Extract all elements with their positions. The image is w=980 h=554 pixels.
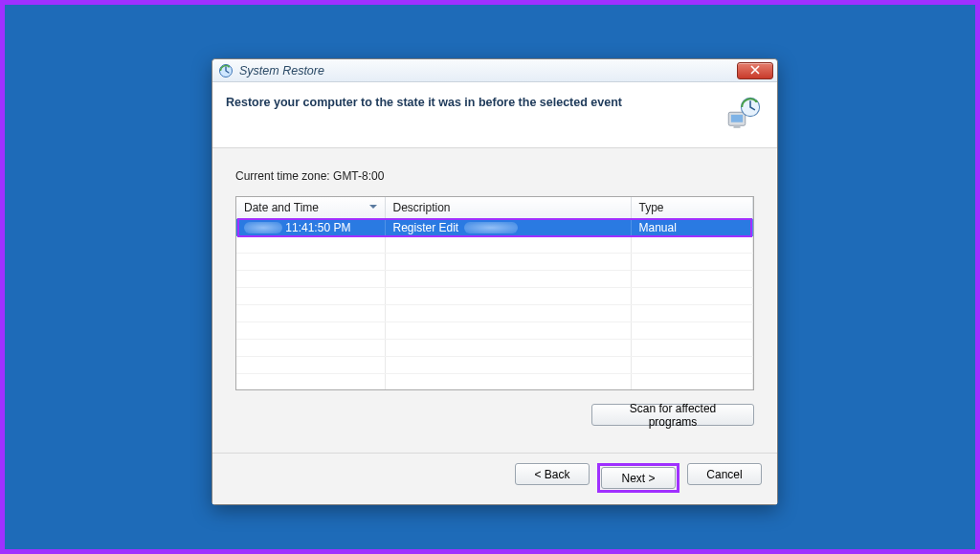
table-row — [236, 254, 753, 271]
table-row — [236, 374, 753, 391]
table-row — [236, 236, 753, 254]
svg-rect-3 — [734, 125, 741, 128]
restore-points-table: Date and Time Description Type — [235, 196, 754, 390]
restore-point-row[interactable]: 11:41:50 PM Register Edit Manual — [236, 219, 753, 236]
close-button[interactable] — [737, 62, 773, 79]
table-row — [236, 322, 753, 340]
sort-descending-icon — [369, 205, 377, 209]
redacted-description-suffix — [464, 222, 518, 233]
page-heading: Restore your computer to the state it wa… — [226, 94, 622, 109]
redacted-date — [244, 222, 282, 233]
system-restore-large-icon — [724, 94, 764, 134]
next-button[interactable]: Next > — [601, 467, 676, 489]
system-restore-icon — [218, 63, 234, 78]
cancel-button[interactable]: Cancel — [687, 463, 762, 485]
svg-rect-2 — [731, 115, 743, 122]
column-header-type[interactable]: Type — [631, 197, 753, 219]
scan-affected-programs-button[interactable]: Scan for affected programs — [591, 404, 754, 426]
table-row — [236, 288, 753, 305]
timezone-label: Current time zone: GMT-8:00 — [235, 169, 754, 183]
column-header-label: Type — [639, 201, 664, 214]
back-button[interactable]: < Back — [515, 463, 590, 485]
cell-description-text: Register Edit — [393, 221, 459, 234]
column-header-description[interactable]: Description — [385, 197, 631, 219]
table-row — [236, 271, 753, 288]
annotation-highlight-next: Next > — [597, 463, 679, 493]
table-row — [236, 340, 753, 357]
column-header-label: Description — [393, 201, 451, 214]
wizard-footer: < Back Next > Cancel — [212, 453, 777, 504]
table-row — [236, 305, 753, 322]
wizard-header: Restore your computer to the state it wa… — [212, 82, 777, 148]
title-bar: System Restore — [212, 59, 777, 82]
scan-row: Scan for affected programs — [235, 404, 754, 426]
system-restore-window: System Restore Restore your computer to … — [212, 58, 778, 505]
close-icon — [750, 65, 760, 77]
cell-time-text: 11:41:50 PM — [285, 221, 350, 234]
cell-description: Register Edit — [385, 219, 631, 236]
column-header-date-time[interactable]: Date and Time — [236, 197, 385, 219]
table-row — [236, 357, 753, 374]
window-title: System Restore — [239, 64, 731, 78]
column-header-label: Date and Time — [244, 201, 319, 214]
cell-date-time: 11:41:50 PM — [236, 219, 385, 236]
wizard-content: Current time zone: GMT-8:00 Date and Tim… — [212, 148, 777, 453]
cell-type-text: Manual — [639, 221, 677, 234]
cell-type: Manual — [631, 219, 753, 236]
